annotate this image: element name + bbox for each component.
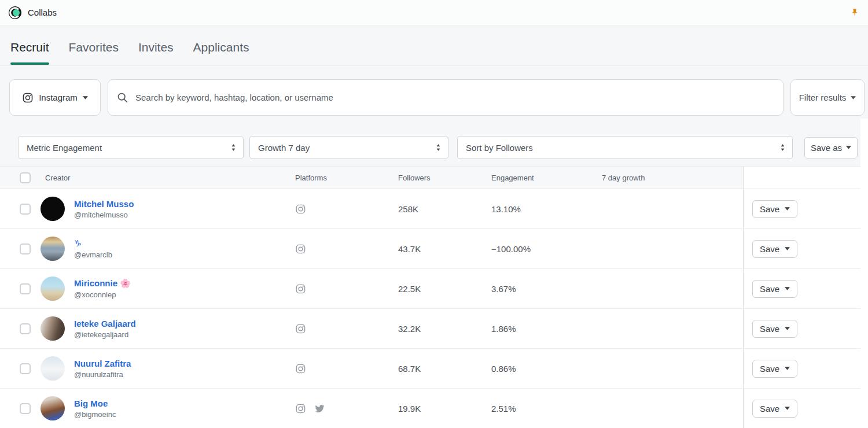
scrollbar-gutter bbox=[860, 119, 868, 428]
row-checkbox[interactable] bbox=[20, 403, 31, 414]
chevron-down-icon bbox=[83, 96, 88, 99]
growth-value bbox=[569, 389, 743, 428]
twitter-icon bbox=[314, 403, 325, 414]
save-button[interactable]: Save bbox=[752, 280, 797, 298]
creator-handle: @ietekegaljaard bbox=[74, 330, 136, 339]
save-button[interactable]: Save bbox=[752, 240, 797, 258]
followers-value: 22.5K bbox=[366, 269, 459, 308]
growth-value bbox=[569, 229, 743, 268]
tab-invites[interactable]: Invites bbox=[138, 40, 174, 65]
platform-dropdown-label: Instagram bbox=[39, 93, 78, 102]
instagram-icon bbox=[295, 403, 306, 414]
avatar bbox=[41, 197, 65, 221]
save-button-label: Save bbox=[760, 244, 779, 254]
tab-bar: Recruit Favorites Invites Applicants bbox=[0, 25, 868, 65]
select-all-checkbox[interactable] bbox=[20, 172, 31, 183]
table-row: Ieteke Galjaard @ietekegaljaard 32.2K 1.… bbox=[0, 309, 860, 349]
save-button[interactable]: Save bbox=[752, 400, 797, 418]
instagram-icon bbox=[295, 363, 306, 374]
creator-name[interactable]: Nuurul Zafitra bbox=[74, 359, 131, 368]
creator-name[interactable]: Ieteke Galjaard bbox=[74, 319, 136, 329]
save-as-button[interactable]: Save as bbox=[804, 137, 858, 158]
search-input[interactable] bbox=[135, 93, 775, 102]
metric-select-value: Metric Engagement bbox=[27, 143, 102, 153]
save-button[interactable]: Save bbox=[752, 320, 797, 338]
app-logo-icon bbox=[8, 6, 22, 20]
instagram-icon bbox=[295, 204, 306, 215]
save-button[interactable]: Save bbox=[752, 200, 797, 218]
chevron-down-icon bbox=[785, 367, 790, 370]
save-button-label: Save bbox=[760, 404, 779, 414]
pushpin-icon[interactable] bbox=[849, 8, 860, 18]
engagement-value: 13.10% bbox=[459, 189, 569, 228]
top-bar: Collabs bbox=[0, 0, 868, 25]
growth-value bbox=[569, 309, 743, 348]
column-header-actions bbox=[743, 166, 860, 189]
save-button-label: Save bbox=[760, 364, 779, 374]
tab-recruit[interactable]: Recruit bbox=[10, 40, 49, 65]
table-header-row: Creator Platforms Followers Engagement 7… bbox=[0, 166, 860, 189]
instagram-icon bbox=[22, 92, 34, 104]
growth-value bbox=[569, 189, 743, 228]
avatar bbox=[41, 237, 65, 261]
chevron-down-icon bbox=[785, 407, 790, 410]
platform-dropdown[interactable]: Instagram bbox=[9, 79, 101, 116]
creator-handle: @xoconniep bbox=[74, 290, 131, 299]
save-as-label: Save as bbox=[811, 143, 842, 153]
table-row: Nuurul Zafitra @nuurulzafitra 68.7K 0.86… bbox=[0, 349, 860, 389]
search-box bbox=[108, 79, 784, 116]
table-row: ♑ @evmarclb 43.7K −100.00% Save bbox=[0, 229, 860, 269]
creator-table: Creator Platforms Followers Engagement 7… bbox=[0, 166, 860, 428]
growth-value bbox=[569, 269, 743, 308]
growth-value bbox=[569, 349, 743, 388]
column-header-creator: Creator bbox=[32, 166, 263, 189]
row-checkbox[interactable] bbox=[20, 283, 31, 294]
filter-results-button[interactable]: Filter results bbox=[790, 79, 865, 116]
avatar bbox=[41, 396, 65, 420]
sort-select[interactable]: Sort by Followers bbox=[457, 136, 793, 159]
row-checkbox[interactable] bbox=[20, 363, 31, 374]
chevron-down-icon bbox=[785, 207, 790, 211]
save-button-label: Save bbox=[760, 284, 779, 294]
select-arrows-icon bbox=[231, 143, 236, 152]
engagement-value: 1.86% bbox=[459, 309, 569, 348]
growth-select[interactable]: Growth 7 day bbox=[249, 136, 448, 159]
tabs-divider bbox=[0, 65, 868, 65]
app-title: Collabs bbox=[28, 8, 57, 17]
row-checkbox[interactable] bbox=[20, 204, 31, 215]
creator-handle: @evmarclb bbox=[74, 250, 112, 259]
select-arrows-icon bbox=[436, 143, 441, 152]
row-checkbox[interactable] bbox=[20, 243, 31, 254]
chevron-down-icon bbox=[785, 287, 790, 290]
select-arrows-icon bbox=[780, 143, 785, 152]
instagram-icon bbox=[295, 283, 306, 294]
creator-name[interactable]: Miriconnie 🌸 bbox=[74, 278, 131, 289]
growth-select-value: Growth 7 day bbox=[258, 143, 310, 153]
save-button[interactable]: Save bbox=[752, 360, 797, 378]
search-icon bbox=[116, 91, 128, 104]
avatar bbox=[41, 316, 65, 341]
chevron-down-icon bbox=[851, 96, 856, 99]
column-header-growth: 7 day growth bbox=[569, 166, 743, 189]
creator-name[interactable]: Big Moe bbox=[74, 399, 116, 408]
followers-value: 19.9K bbox=[366, 389, 459, 428]
engagement-value: −100.00% bbox=[459, 229, 569, 268]
creator-name[interactable]: Mitchel Musso bbox=[74, 199, 134, 209]
creator-handle: @bigmoeinc bbox=[74, 410, 116, 419]
followers-value: 68.7K bbox=[366, 349, 459, 388]
tab-favorites[interactable]: Favorites bbox=[69, 40, 119, 65]
instagram-icon bbox=[295, 243, 306, 254]
save-button-label: Save bbox=[760, 324, 779, 334]
creator-name[interactable]: ♑ bbox=[74, 238, 112, 249]
chevron-down-icon bbox=[785, 247, 790, 250]
filter-row: Metric Engagement Growth 7 day Sort by F… bbox=[18, 136, 858, 159]
save-button-label: Save bbox=[760, 204, 779, 214]
table-row: Miriconnie 🌸 @xoconniep 22.5K 3.67% bbox=[0, 269, 860, 309]
row-checkbox[interactable] bbox=[20, 323, 31, 334]
engagement-value: 0.86% bbox=[459, 349, 569, 388]
table-body: Mitchel Musso @mitchelmusso 258K 13.10% bbox=[0, 189, 860, 428]
tab-applicants[interactable]: Applicants bbox=[193, 40, 249, 65]
chevron-down-icon bbox=[846, 146, 851, 149]
metric-select[interactable]: Metric Engagement bbox=[18, 136, 244, 159]
column-header-followers: Followers bbox=[366, 166, 459, 189]
